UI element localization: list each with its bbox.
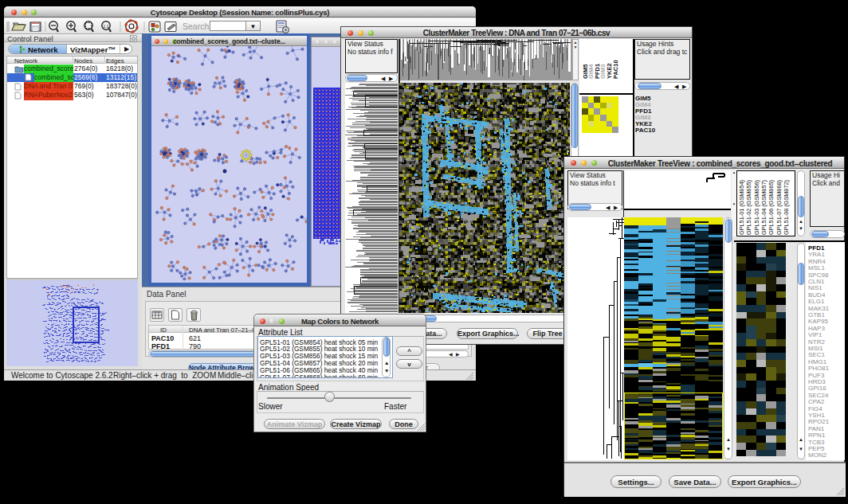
svg-text:PAC10: PAC10 — [612, 60, 619, 79]
svg-text:GPL51-01 (GSM854): GPL51-01 (GSM854) — [738, 180, 745, 235]
svg-text:GPL51-06 (GSM865): GPL51-06 (GSM865) — [768, 180, 775, 235]
svg-text:Search:: Search: — [183, 21, 211, 31]
svg-text:GPL51-02 (GSM855): GPL51-02 (GSM855) — [745, 180, 752, 235]
svg-text:GPL51-03 (GSM856): GPL51-03 (GSM856) — [753, 180, 760, 235]
svg-text:GPL51-07 (GSM868): GPL51-07 (GSM868) — [775, 180, 783, 235]
svg-text:GPL51-08 (GSM872): GPL51-08 (GSM872) — [783, 180, 790, 235]
svg-text:GPL51-04 (GSM857): GPL51-04 (GSM857) — [760, 180, 768, 235]
svg-text:1:1: 1:1 — [103, 24, 109, 29]
